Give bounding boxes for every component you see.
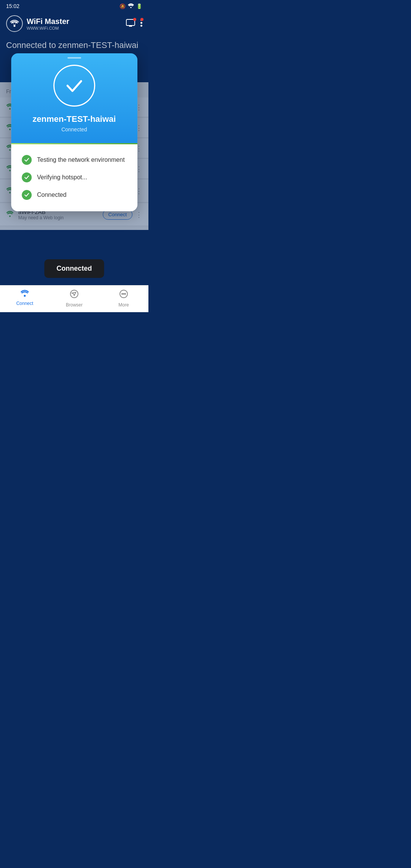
status-bar: 15:02 🔕 🔋 xyxy=(0,0,148,12)
app-subtitle: WWW.WiFi.COM xyxy=(27,26,69,30)
wifi-nav-icon xyxy=(20,289,29,299)
check-item-1: Testing the network environment xyxy=(22,155,127,165)
svg-point-13 xyxy=(24,295,26,297)
nav-item-browser[interactable]: Browser xyxy=(49,286,99,312)
vibrate-icon: 🔕 xyxy=(119,3,126,9)
check-item-3: Connected xyxy=(22,190,127,200)
nav-label-more: More xyxy=(118,302,129,308)
app-header-left: WiFi Master WWW.WiFi.COM xyxy=(6,15,69,32)
bottom-nav: Connect Browser More xyxy=(0,285,148,312)
svg-point-4 xyxy=(140,22,142,24)
svg-point-8 xyxy=(9,129,11,130)
svg-point-16 xyxy=(122,294,123,294)
modal-connected-status: Connected xyxy=(61,126,87,132)
app-title: WiFi Master xyxy=(27,17,69,26)
app-logo xyxy=(6,15,23,32)
more-vert-icon[interactable] xyxy=(140,19,142,29)
check-icon-2 xyxy=(22,172,32,182)
svg-point-12 xyxy=(9,215,11,217)
app-header: WiFi Master WWW.WiFi.COM xyxy=(0,12,148,37)
svg-point-10 xyxy=(9,170,11,171)
svg-point-17 xyxy=(123,294,124,294)
svg-point-14 xyxy=(70,290,78,298)
app-header-right xyxy=(126,19,142,29)
svg-point-0 xyxy=(130,7,132,8)
check-icon-1 xyxy=(22,155,32,165)
nav-item-more[interactable]: More xyxy=(99,286,148,312)
toast-label: Connected xyxy=(56,265,92,272)
wifi-status-icon xyxy=(128,3,134,9)
connected-banner-text: Connected to zenmen-TEST-haiwai xyxy=(6,40,138,50)
connected-toast: Connected xyxy=(44,259,104,278)
check-icon-3 xyxy=(22,190,32,200)
check-label-2: Verifying hotspot... xyxy=(37,174,87,181)
more-nav-icon xyxy=(119,289,128,301)
checkmark-circle xyxy=(53,65,95,107)
nav-item-connect[interactable]: Connect xyxy=(0,286,49,312)
svg-point-5 xyxy=(140,25,142,27)
svg-point-7 xyxy=(9,108,11,110)
modal-top: zenmen-TEST-haiwai Connected xyxy=(11,53,137,143)
screencast-icon[interactable] xyxy=(126,19,135,29)
nav-label-browser: Browser xyxy=(66,302,83,308)
modal-drag-handle[interactable] xyxy=(67,57,81,59)
modal-bottom: Testing the network environment Verifyin… xyxy=(11,144,137,211)
check-label-3: Connected xyxy=(37,191,66,198)
wifi-signal-awifi xyxy=(6,210,14,219)
svg-point-11 xyxy=(9,192,11,193)
modal-network-name: zenmen-TEST-haiwai xyxy=(33,114,116,124)
svg-point-9 xyxy=(9,149,11,151)
check-item-2: Verifying hotspot... xyxy=(22,172,127,182)
svg-point-18 xyxy=(125,294,126,294)
status-time: 15:02 xyxy=(6,3,19,9)
battery-icon: 🔋 xyxy=(136,3,142,9)
wifi-sub-awifi: May need a Web login xyxy=(18,215,103,220)
check-label-1: Testing the network environment xyxy=(37,156,124,163)
three-dot-awifi[interactable]: ⋮ xyxy=(135,211,142,219)
status-icons: 🔕 🔋 xyxy=(119,3,142,9)
nav-label-connect: Connect xyxy=(16,301,33,306)
connection-modal: zenmen-TEST-haiwai Connected Testing the… xyxy=(11,53,137,211)
app-title-block: WiFi Master WWW.WiFi.COM xyxy=(27,17,69,30)
compass-nav-icon xyxy=(70,289,79,301)
